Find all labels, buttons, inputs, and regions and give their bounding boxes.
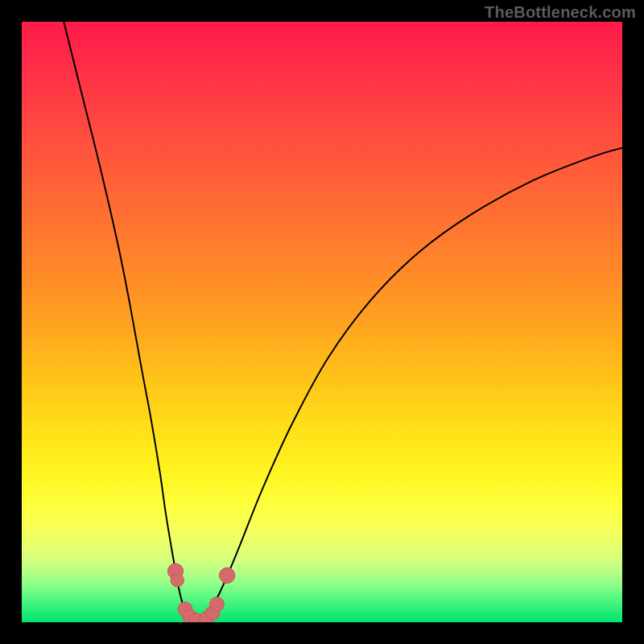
data-marker [171,574,184,587]
curve-group [64,22,622,622]
curve-left-branch [64,22,199,622]
curve-right-branch [199,148,622,622]
markers-group [167,564,235,622]
plot-area [22,22,622,622]
data-marker [210,597,225,612]
chart-svg [22,22,622,622]
data-marker [219,568,234,583]
outer-frame: TheBottleneck.com [0,0,644,644]
watermark-text: TheBottleneck.com [485,3,636,22]
